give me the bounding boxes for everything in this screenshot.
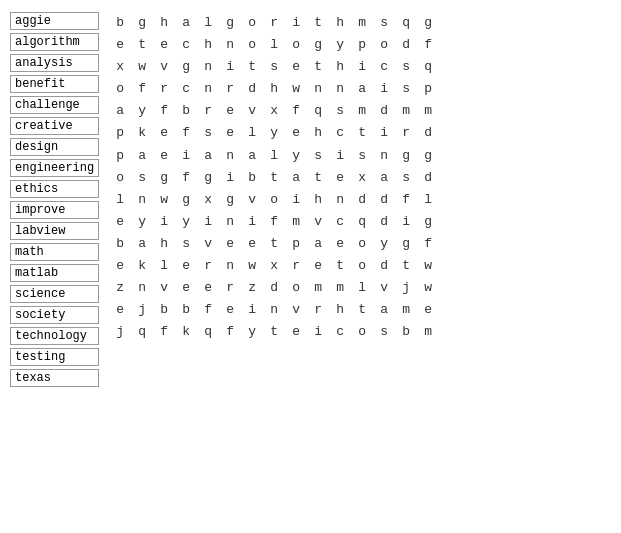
grid-cell: a — [131, 233, 153, 255]
grid-cell: i — [219, 167, 241, 189]
grid-cell: h — [329, 56, 351, 78]
grid-cell: w — [285, 78, 307, 100]
grid-cell: t — [351, 122, 373, 144]
word-item: testing — [10, 348, 99, 366]
grid-cell: l — [109, 189, 131, 211]
grid-cell: e — [175, 277, 197, 299]
grid-cell: q — [131, 321, 153, 343]
grid-cell: e — [307, 255, 329, 277]
word-item: science — [10, 285, 99, 303]
word-item: benefit — [10, 75, 99, 93]
grid-row: ejbbfeinvrhtame — [109, 299, 611, 321]
grid-cell: o — [351, 255, 373, 277]
grid-cell: i — [153, 211, 175, 233]
grid-cell: o — [351, 233, 373, 255]
grid-cell: o — [373, 34, 395, 56]
grid-cell: f — [153, 100, 175, 122]
grid-cell: s — [263, 56, 285, 78]
grid-cell: t — [131, 34, 153, 56]
grid-cell: k — [131, 255, 153, 277]
word-item: engineering — [10, 159, 99, 177]
grid-row: xwvgnitsethicsq — [109, 56, 611, 78]
grid-cell: b — [153, 299, 175, 321]
grid-cell: h — [153, 233, 175, 255]
grid-cell: f — [263, 211, 285, 233]
grid-cell: n — [329, 78, 351, 100]
grid-cell: n — [307, 78, 329, 100]
grid-cell: g — [175, 189, 197, 211]
grid-cell: e — [285, 321, 307, 343]
grid-row: pkefselyehctird — [109, 122, 611, 144]
grid-cell: q — [197, 321, 219, 343]
grid-cell: o — [109, 167, 131, 189]
grid-cell: a — [285, 167, 307, 189]
grid-cell: l — [263, 34, 285, 56]
grid-cell: e — [329, 167, 351, 189]
grid-cell: f — [219, 321, 241, 343]
word-item: texas — [10, 369, 99, 387]
grid-cell: m — [395, 299, 417, 321]
grid-cell: w — [153, 189, 175, 211]
grid-cell: t — [307, 56, 329, 78]
grid-cell: h — [329, 12, 351, 34]
grid-cell: g — [417, 12, 439, 34]
grid-row: eyiyinifmvcqdig — [109, 211, 611, 233]
grid-cell: o — [285, 34, 307, 56]
grid-cell: e — [329, 233, 351, 255]
grid-cell: s — [395, 78, 417, 100]
grid-cell: g — [307, 34, 329, 56]
grid-cell: o — [351, 321, 373, 343]
word-item: ethics — [10, 180, 99, 198]
grid-cell: i — [395, 211, 417, 233]
grid-cell: h — [263, 78, 285, 100]
grid-cell: y — [175, 211, 197, 233]
grid-cell: s — [395, 167, 417, 189]
grid-cell: m — [351, 12, 373, 34]
grid-row: ofrcnrdhwnnaisp — [109, 78, 611, 100]
grid-cell: e — [109, 255, 131, 277]
grid-cell: e — [417, 299, 439, 321]
grid-cell: n — [219, 255, 241, 277]
grid-cell: t — [351, 299, 373, 321]
grid-cell: g — [395, 145, 417, 167]
grid-cell: b — [109, 233, 131, 255]
grid-cell: r — [197, 100, 219, 122]
grid-cell: y — [131, 211, 153, 233]
grid-cell: s — [373, 321, 395, 343]
grid-cell: d — [241, 78, 263, 100]
grid-cell: i — [329, 145, 351, 167]
grid-cell: r — [285, 255, 307, 277]
grid-cell: i — [285, 189, 307, 211]
word-item: analysis — [10, 54, 99, 72]
grid-cell: q — [417, 56, 439, 78]
grid-cell: i — [307, 321, 329, 343]
grid-cell: k — [131, 122, 153, 144]
grid-row: znveerzdommlvjw — [109, 277, 611, 299]
grid-cell: s — [373, 12, 395, 34]
grid-cell: g — [219, 189, 241, 211]
grid-row: lnwgxgvoihnddfl — [109, 189, 611, 211]
grid-cell: o — [241, 12, 263, 34]
grid-cell: f — [153, 321, 175, 343]
word-item: technology — [10, 327, 99, 345]
grid-cell: e — [153, 145, 175, 167]
grid-cell: n — [197, 78, 219, 100]
grid-cell: g — [175, 56, 197, 78]
grid-cell: a — [109, 100, 131, 122]
grid-cell: n — [131, 189, 153, 211]
grid-cell: r — [219, 277, 241, 299]
grid-cell: y — [263, 122, 285, 144]
grid-cell: p — [417, 78, 439, 100]
grid-cell: i — [373, 78, 395, 100]
grid-cell: o — [241, 34, 263, 56]
grid-cell: p — [351, 34, 373, 56]
grid-cell: s — [329, 100, 351, 122]
grid-cell: t — [241, 56, 263, 78]
grid-cell: p — [109, 122, 131, 144]
grid-cell: f — [131, 78, 153, 100]
grid-cell: i — [175, 145, 197, 167]
grid-cell: v — [241, 189, 263, 211]
grid-cell: e — [153, 34, 175, 56]
grid-cell: s — [175, 233, 197, 255]
grid-cell: a — [373, 299, 395, 321]
